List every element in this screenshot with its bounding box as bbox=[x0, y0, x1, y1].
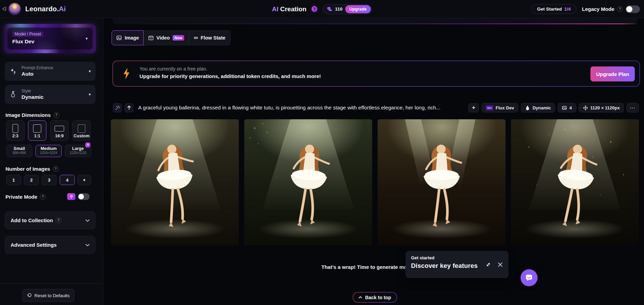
prompt-text[interactable]: A graceful young ballerina, dressed in a… bbox=[138, 105, 466, 111]
private-mode-label: Private Mode bbox=[5, 194, 37, 200]
model-preset-label: Model / Preset bbox=[12, 31, 43, 37]
number-of-images-help-icon[interactable]: ? bbox=[53, 166, 59, 172]
token-balance-pill[interactable]: 110 Upgrade bbox=[322, 4, 372, 14]
count-2-button[interactable]: 2 bbox=[24, 175, 39, 185]
count-4-button[interactable]: 4 bbox=[60, 175, 75, 185]
reset-to-defaults-button[interactable]: Reset to Defaults bbox=[22, 289, 74, 302]
generated-image-4[interactable] bbox=[511, 119, 639, 245]
flask-icon bbox=[10, 91, 17, 98]
sidebar-divider bbox=[0, 284, 103, 284]
size-medium-label: Medium bbox=[36, 146, 61, 151]
private-mode-toggle[interactable] bbox=[78, 193, 90, 200]
ratio-custom-label: Custom bbox=[74, 134, 90, 138]
style-select[interactable]: Style Dynamic ▾ bbox=[5, 85, 96, 104]
model-chip[interactable]: flux Flux Dev bbox=[482, 103, 518, 112]
number-of-images-title-text: Number of Images bbox=[5, 166, 50, 172]
prompt-enhance-texts: Prompt Enhance Auto bbox=[21, 65, 53, 77]
page-help-icon[interactable]: ? bbox=[310, 5, 318, 13]
video-icon bbox=[148, 35, 154, 41]
ratio-1-1-label: 1:1 bbox=[34, 134, 40, 138]
generation-bar-partial bbox=[113, 18, 637, 24]
ratio-custom-button[interactable]: Custom bbox=[72, 120, 91, 141]
image-count-chip[interactable]: 4 bbox=[558, 103, 576, 112]
close-icon[interactable] bbox=[497, 262, 503, 268]
chevron-down-icon bbox=[85, 219, 90, 222]
logo-accent: Ai bbox=[59, 5, 65, 13]
tab-flow-state[interactable]: ∞ Flow State bbox=[189, 30, 231, 45]
more-options-button[interactable]: ··· bbox=[627, 103, 639, 112]
number-of-images-title: Number of Images ? bbox=[5, 166, 59, 172]
style-chip[interactable]: Dynamic bbox=[521, 103, 555, 112]
size-small-button[interactable]: Small 896×896 bbox=[6, 145, 32, 157]
prompt-enhance-wand-button[interactable] bbox=[113, 103, 122, 112]
ballerina-figure bbox=[274, 138, 343, 232]
ballerina-figure bbox=[139, 137, 210, 232]
generated-image-1[interactable] bbox=[111, 119, 239, 245]
image-dimensions-title-text: Image Dimensions bbox=[5, 112, 51, 118]
tab-flow-state-label: Flow State bbox=[201, 35, 225, 41]
count-1-label: 1 bbox=[12, 178, 15, 183]
add-to-collection-label-row: Add to Collection ? bbox=[11, 217, 61, 223]
generated-image-3[interactable] bbox=[378, 119, 506, 245]
count-3-button[interactable]: 3 bbox=[42, 175, 57, 185]
settings-sidebar: Model / Preset Flux Dev ▾ Prompt Enhance… bbox=[0, 18, 103, 305]
resize-arrows-icon bbox=[583, 105, 588, 110]
ratio-16-9-button[interactable]: 16:9 bbox=[50, 120, 69, 141]
generated-image-2[interactable] bbox=[244, 119, 372, 245]
upgrade-button[interactable]: Upgrade bbox=[345, 5, 371, 13]
size-medium-button[interactable]: Medium 1024×1024 bbox=[35, 145, 62, 157]
legacy-mode-toggle[interactable] bbox=[626, 5, 640, 13]
ratio-2-3-label: 2:3 bbox=[12, 134, 18, 138]
reuse-prompt-button[interactable] bbox=[125, 103, 133, 112]
get-started-toast: Get started Discover key features bbox=[406, 251, 509, 278]
coins-icon bbox=[327, 6, 332, 12]
style-texts: Style Dynamic bbox=[21, 89, 44, 100]
dimensions-chip-label: 1120 × 1120px bbox=[590, 105, 620, 110]
image-dimensions-help-icon[interactable]: ? bbox=[54, 112, 59, 118]
advanced-settings-section[interactable]: Advanced Settings bbox=[5, 236, 96, 254]
ellipsis-icon: ··· bbox=[630, 105, 635, 110]
get-started-progress: 1/4 bbox=[564, 6, 571, 12]
size-large-dims: 1120×1120 bbox=[65, 151, 91, 155]
tab-video[interactable]: Video New bbox=[144, 30, 189, 45]
model-preset-value: Flux Dev bbox=[12, 39, 88, 45]
topbar-center: AICreation ? 110 Upgrade bbox=[272, 0, 372, 18]
ratio-2-3-button[interactable]: 2:3 bbox=[6, 120, 25, 141]
images-icon bbox=[562, 105, 567, 110]
tab-image[interactable]: Image bbox=[112, 30, 144, 45]
private-mode-row: Private Mode ? bbox=[5, 194, 46, 200]
page-title-main: Creation bbox=[280, 5, 306, 13]
size-small-label: Small bbox=[6, 146, 32, 151]
add-chip-button[interactable]: + bbox=[468, 103, 479, 112]
main-content: Image Video New ∞ Flow State You are cur… bbox=[104, 18, 644, 305]
private-mode-help-icon[interactable]: ? bbox=[40, 194, 46, 200]
add-to-collection-help-icon[interactable]: ? bbox=[56, 217, 61, 223]
banner-line1: You are currently on a free plan. bbox=[140, 66, 207, 72]
ratio-1-1-button[interactable]: 1:1 bbox=[28, 120, 46, 141]
count-1-button[interactable]: 1 bbox=[6, 175, 21, 185]
back-to-top-button[interactable]: Back to top bbox=[353, 292, 397, 303]
user-avatar[interactable] bbox=[8, 2, 21, 15]
model-preset-select[interactable]: Model / Preset Flux Dev ▾ bbox=[4, 24, 96, 53]
get-started-button[interactable]: Get Started 1/4 bbox=[531, 4, 576, 14]
droplet-icon bbox=[525, 105, 530, 110]
legacy-mode-help-icon[interactable]: ? bbox=[617, 6, 623, 12]
upgrade-plan-button[interactable]: Upgrade Plan bbox=[590, 66, 635, 81]
free-plan-banner: You are currently on a free plan. Upgrad… bbox=[113, 61, 640, 87]
count-4-label: 4 bbox=[66, 178, 69, 183]
ratio-16-9-label: 16:9 bbox=[55, 134, 63, 138]
collapse-sidebar-icon[interactable] bbox=[1, 6, 7, 12]
expand-icon[interactable] bbox=[485, 262, 491, 268]
prompt-enhance-label: Prompt Enhance bbox=[21, 65, 53, 70]
count-more-button[interactable]: ▾ bbox=[77, 175, 91, 185]
add-to-collection-section[interactable]: Add to Collection ? bbox=[5, 211, 96, 229]
chat-support-button[interactable] bbox=[521, 269, 538, 286]
arrow-up-icon bbox=[127, 105, 131, 110]
magic-wand-icon bbox=[115, 105, 120, 110]
ballerina-figure bbox=[409, 139, 474, 230]
app-logo[interactable]: Leonardo.Ai bbox=[25, 5, 66, 13]
generated-images-grid bbox=[111, 119, 639, 245]
add-to-collection-label: Add to Collection bbox=[11, 217, 53, 223]
prompt-enhance-select[interactable]: Prompt Enhance Auto ▾ bbox=[5, 62, 96, 81]
dimensions-chip[interactable]: 1120 × 1120px bbox=[579, 103, 624, 112]
